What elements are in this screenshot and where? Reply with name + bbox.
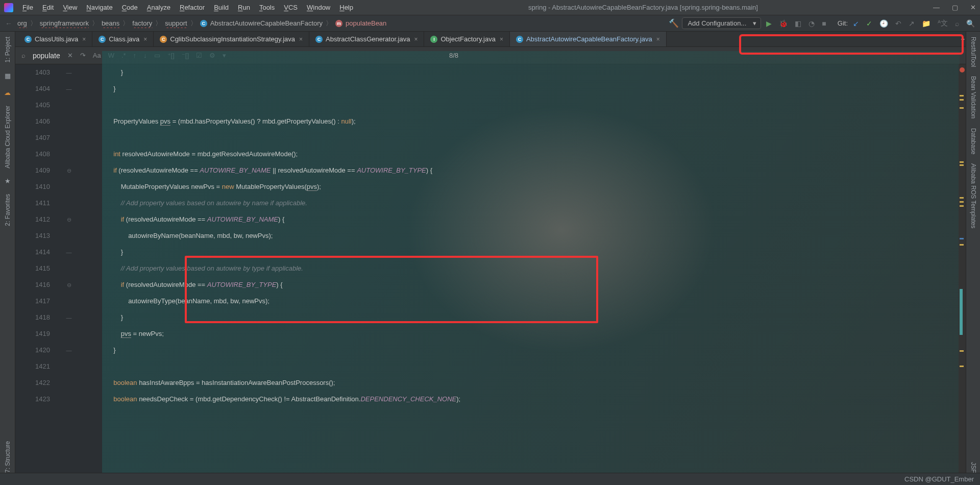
find-close-icon[interactable]: ✕	[67, 52, 73, 59]
menu-run[interactable]: Run	[238, 4, 250, 11]
menu-window[interactable]: Window	[307, 4, 330, 11]
menu-edit[interactable]: Edit	[42, 4, 54, 11]
fold-icon[interactable]: —	[61, 244, 77, 260]
menu-analyze[interactable]: Analyze	[147, 4, 170, 11]
run-config-selector[interactable]: Add Configuration...	[682, 17, 761, 29]
find-regex-icon[interactable]: .*	[121, 52, 126, 59]
code-line[interactable]: 1411 // Add property values based on aut…	[15, 195, 959, 211]
code-line[interactable]: 1408 int resolvedAutowireMode = mbd.getR…	[15, 146, 959, 162]
breadcrumb-segment[interactable]: factory	[132, 19, 152, 27]
tab-abstractautowirecapablebeanfactory-java[interactable]: CAbstractAutowireCapableBeanFactory.java…	[510, 32, 667, 46]
build-icon[interactable]: 🔨	[669, 18, 679, 28]
code-line[interactable]: 1421	[15, 358, 959, 375]
tool-2-favorites[interactable]: 2: Favorites	[4, 194, 11, 226]
code-line[interactable]: 1420— }	[15, 342, 959, 358]
coverage-icon[interactable]: ◧	[793, 19, 803, 28]
code-content[interactable]: autowireByName(beanName, mbd, bw, newPvs…	[77, 228, 273, 244]
code-content[interactable]: autowireByType(beanName, mbd, bw, newPvs…	[77, 293, 270, 309]
find-case-icon[interactable]: Aa	[93, 52, 101, 59]
nav-back-icon[interactable]: ←	[3, 19, 14, 28]
profile-icon[interactable]: ◔	[806, 19, 817, 28]
tab-classutils-java[interactable]: CClassUtils.java×	[18, 32, 92, 46]
code-content[interactable]: if (resolvedAutowireMode == AUTOWIRE_BY_…	[77, 211, 284, 228]
tool-7-structure[interactable]: 7: Structure	[4, 441, 11, 473]
find-query[interactable]: populate	[33, 52, 60, 60]
tool-restfultool[interactable]: RestfulTool	[970, 37, 977, 67]
minimize-icon[interactable]: —	[933, 4, 940, 11]
code-content[interactable]: boolean hasInstAwareBpps = hasInstantiat…	[77, 375, 335, 391]
find-toggle-icon[interactable]: ☑	[196, 52, 202, 59]
tab-objectfactory-java[interactable]: IObjectFactory.java×	[424, 32, 509, 46]
find-prev-icon[interactable]: ↑	[133, 52, 137, 59]
translate-icon[interactable]: ᴬ文	[936, 19, 950, 28]
tool-jsf[interactable]: JSF	[970, 462, 977, 473]
code-content[interactable]: // Add property values based on autowire…	[77, 195, 307, 211]
tab-close-icon[interactable]: ×	[414, 36, 418, 43]
tab-cglibsubclassinginstantiationstrategy-java[interactable]: CCglibSubclassingInstantiationStrategy.j…	[154, 32, 309, 46]
code-content[interactable]: }	[77, 309, 123, 326]
breadcrumb-segment[interactable]: support	[165, 19, 187, 27]
code-line[interactable]: 1416⊖ if (resolvedAutowireMode == AUTOWI…	[15, 277, 959, 293]
tab-abstractclassgenerator-java[interactable]: CAbstractClassGenerator.java×	[309, 32, 424, 46]
tab-class-java[interactable]: CClass.java×	[92, 32, 154, 46]
code-content[interactable]: int resolvedAutowireMode = mbd.getResolv…	[77, 146, 298, 162]
menu-vcs[interactable]: VCS	[284, 4, 298, 11]
menu-file[interactable]: File	[22, 4, 33, 11]
scroll-thumb[interactable]	[960, 289, 963, 335]
code-line[interactable]: 1423 boolean needsDepCheck = (mbd.getDep…	[15, 391, 959, 407]
code-content[interactable]: // Add property values based on autowire…	[77, 260, 303, 277]
git-history-icon[interactable]: 🕘	[877, 19, 890, 28]
tool-1-project[interactable]: 1: Project	[4, 37, 11, 63]
code-content[interactable]: if (resolvedAutowireMode == AUTOWIRE_BY_…	[77, 277, 283, 293]
git-rollback-icon[interactable]: ↶	[893, 19, 903, 28]
code-line[interactable]: 1413 autowireByName(beanName, mbd, bw, n…	[15, 228, 959, 244]
code-content[interactable]: boolean needsDepCheck = (mbd.getDependen…	[77, 391, 460, 407]
alibaba-cloud-icon[interactable]: ☁	[4, 89, 11, 96]
tool-database[interactable]: Database	[970, 128, 977, 154]
git-update-icon[interactable]: ↙	[851, 19, 861, 28]
code-content[interactable]: MutablePropertyValues newPvs = new Mutab…	[77, 179, 321, 195]
breadcrumb-segment[interactable]: org	[17, 19, 27, 27]
code-editor[interactable]: 1403— }1404— }14051406 PropertyValues pv…	[15, 64, 959, 473]
breadcrumb-segment[interactable]: springframework	[40, 19, 89, 27]
find-history-icon[interactable]: ↷	[80, 52, 86, 59]
code-content[interactable]: pvs = newPvs;	[77, 326, 164, 342]
tool-alibaba-ros-templates[interactable]: Alibaba ROS Templates	[970, 163, 977, 228]
code-content[interactable]: }	[77, 64, 123, 81]
git-commit-icon[interactable]: ✓	[864, 19, 874, 28]
fold-icon[interactable]: ⊖	[61, 162, 77, 179]
breadcrumb-segment[interactable]: beans	[102, 19, 119, 27]
git-push-icon[interactable]: ↗	[906, 19, 917, 28]
fold-icon[interactable]: ⊖	[61, 211, 77, 228]
menu-code[interactable]: Code	[122, 4, 138, 11]
code-line[interactable]: 1419 pvs = newPvs;	[15, 326, 959, 342]
code-line[interactable]: 1414— }	[15, 244, 959, 260]
code-line[interactable]: 1407	[15, 130, 959, 146]
debug-icon[interactable]: 🐞	[777, 19, 790, 28]
code-line[interactable]: 1412⊖ if (resolvedAutowireMode == AUTOWI…	[15, 211, 959, 228]
menu-refactor[interactable]: Refactor	[180, 4, 205, 11]
find-filter-icon[interactable]: ▾	[223, 52, 226, 59]
maximize-icon[interactable]: ▢	[952, 4, 958, 11]
close-icon[interactable]: ✕	[970, 4, 976, 11]
code-line[interactable]: 1406 PropertyValues pvs = (mbd.hasProper…	[15, 113, 959, 130]
tab-close-icon[interactable]: ×	[143, 36, 147, 43]
fold-icon[interactable]: ⊖	[61, 277, 77, 293]
fold-icon[interactable]: —	[61, 309, 77, 326]
search-everywhere-icon[interactable]: ⌕	[953, 19, 961, 28]
tool-alibaba-cloud-explorer[interactable]: Alibaba Cloud Explorer	[4, 106, 11, 168]
code-line[interactable]: 1417 autowireByType(beanName, mbd, bw, n…	[15, 293, 959, 309]
code-line[interactable]: 1409⊖ if (resolvedAutowireMode == AUTOWI…	[15, 162, 959, 179]
tab-close-icon[interactable]: ×	[82, 36, 86, 43]
breadcrumb-method[interactable]: populateBean	[346, 19, 386, 27]
tab-close-icon[interactable]: ×	[500, 36, 503, 43]
code-line[interactable]: 1410 MutablePropertyValues newPvs = new …	[15, 179, 959, 195]
menu-navigate[interactable]: Navigate	[86, 4, 112, 11]
menu-help[interactable]: Help	[339, 4, 353, 11]
find-search-icon[interactable]: ⌕	[21, 52, 26, 59]
fold-icon[interactable]: —	[61, 64, 77, 81]
find-word-icon[interactable]: W	[108, 52, 114, 59]
code-line[interactable]: 1403— }	[15, 64, 959, 81]
code-content[interactable]: }	[77, 244, 123, 260]
run-icon[interactable]: ▶	[764, 19, 774, 28]
